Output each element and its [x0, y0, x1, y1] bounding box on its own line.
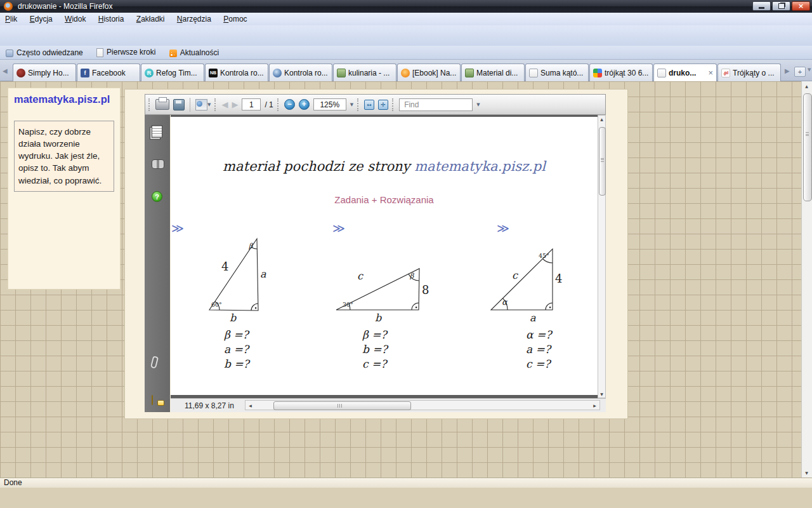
tab[interactable]: trójkąt 30 6...	[589, 64, 653, 81]
document-size-label: 11,69 x 8,27 in	[185, 401, 234, 410]
t1-side-bottom-label: b	[230, 312, 236, 324]
tab[interactable]: [Ebook] Na...	[397, 64, 461, 81]
minimize-icon	[759, 7, 764, 9]
find-box[interactable]	[399, 98, 473, 111]
find-dropdown-icon[interactable]: ▼	[476, 102, 480, 107]
scroll-down-icon[interactable]: ▼	[803, 471, 810, 475]
close-button[interactable]: ×	[792, 1, 810, 11]
toolbar-separator	[190, 98, 190, 112]
restore-button[interactable]	[772, 1, 790, 11]
question: b =?	[362, 343, 388, 356]
scroll-tabs-right-icon[interactable]: ▶	[785, 67, 790, 74]
zoom-in-button[interactable]: +	[299, 99, 310, 110]
tab[interactable]: Simply Ho...	[13, 64, 76, 81]
tab[interactable]: Material di...	[461, 64, 525, 81]
sphere-favicon-icon	[273, 69, 282, 77]
printer-icon	[155, 99, 169, 110]
menu-edycja[interactable]: Edycja	[25, 13, 58, 25]
tab-active-drukowanie[interactable]: druko... ×	[653, 64, 717, 81]
menu-widok[interactable]: Widok	[60, 13, 91, 25]
tab[interactable]: Kontrola ro...	[205, 64, 268, 81]
toolbar-grip	[148, 98, 152, 111]
menu-zakladki[interactable]: Zakładki	[131, 13, 170, 25]
site-heading-link[interactable]: matematyka.pisz.pl	[14, 93, 114, 105]
help-icon[interactable]: ?	[152, 191, 162, 202]
zoom-out-button[interactable]: −	[284, 99, 295, 110]
page-count-label: / 1	[265, 100, 273, 109]
browser-vertical-scrollbar[interactable]: ▲ ▼	[801, 81, 812, 478]
scroll-up-icon[interactable]: ▲	[803, 84, 810, 88]
firefox-app-icon	[4, 2, 13, 11]
toolbar-grip	[357, 98, 360, 111]
pdf-vertical-scrollbar[interactable]: ▲ ▼	[598, 115, 606, 398]
scroll-down-icon[interactable]: ▼	[598, 392, 605, 396]
toolbar-grip	[214, 98, 218, 111]
question: c =?	[362, 358, 386, 370]
minimize-button[interactable]	[752, 1, 771, 11]
comments-icon[interactable]	[152, 395, 153, 405]
nb-favicon-icon	[209, 69, 218, 77]
t3-hypotenuse-label: c	[512, 269, 518, 281]
scroll-left-icon[interactable]: ◀	[247, 403, 254, 408]
navigation-toolbar: ◀ ▶ ▼ ↻ ✕ ⌂ ☆ ▼ ▼ K K	[0, 25, 812, 46]
zoom-dropdown-icon[interactable]: ▼	[350, 102, 353, 107]
pages-panel-icon[interactable]	[152, 125, 162, 138]
pdf-viewer-frame: ▼ ◀ ▶ 1 / 1 − + 125% ▼ ↔ ✛ ▼ ?	[124, 89, 628, 419]
scroll-tabs-left-icon[interactable]: ◀	[3, 67, 8, 74]
t1-angle-left-label: 60°	[211, 301, 222, 308]
t2-side-right-label: 8	[422, 283, 429, 297]
facebook-favicon-icon	[81, 69, 89, 77]
tab[interactable]: Facebook	[77, 64, 140, 81]
bookmark-often-visited[interactable]: Często odwiedzane	[0, 46, 89, 60]
site-sidebar-panel: matematyka.pisz.pl Napisz, czy dobrze dz…	[8, 88, 121, 290]
collaborate-button[interactable]: ▼	[195, 99, 211, 110]
pdf-horizontal-scrollbar[interactable]: ◀ ▶	[245, 400, 600, 410]
menu-pomoc[interactable]: Pomoc	[218, 13, 252, 25]
find-input[interactable]	[403, 100, 469, 110]
pdf-hscrollbar-thumb[interactable]	[273, 401, 411, 410]
collaborate-icon	[195, 99, 207, 110]
menu-historia[interactable]: Historia	[93, 13, 129, 25]
tab[interactable]: Suma kątó...	[525, 64, 589, 81]
tab-close-icon[interactable]: ×	[708, 68, 713, 77]
photo-favicon-icon	[337, 69, 346, 77]
binoculars-search-icon[interactable]	[152, 159, 164, 169]
save-button[interactable]	[173, 99, 185, 110]
question: b =?	[224, 358, 249, 370]
attachments-paperclip-icon[interactable]	[150, 356, 159, 369]
scroll-up-icon[interactable]: ▲	[598, 117, 605, 121]
fit-page-button[interactable]: ✛	[378, 100, 388, 110]
new-tab-button[interactable]: +	[794, 67, 806, 77]
previous-view-icon[interactable]: ◀	[221, 100, 228, 109]
bookmark-first-steps[interactable]: Pierwsze kroki	[91, 46, 161, 59]
status-text: Done	[4, 478, 22, 487]
question: a =?	[224, 343, 249, 356]
simply-favicon-icon	[16, 69, 25, 77]
bookmarks-toolbar: Często odwiedzane Pierwsze kroki Aktualn…	[0, 46, 812, 60]
tab[interactable]: Trójkąty o ...	[717, 64, 781, 81]
scroll-right-icon[interactable]: ▶	[591, 403, 598, 408]
print-button[interactable]	[155, 99, 169, 110]
fit-width-button[interactable]: ↔	[364, 100, 374, 110]
browser-scrollbar-thumb[interactable]	[803, 93, 812, 201]
next-view-icon[interactable]: ▶	[232, 100, 238, 109]
menu-narzedzia[interactable]: Narzędzia	[172, 13, 216, 25]
toolbar-grip	[392, 98, 395, 111]
page-number-input[interactable]: 1	[242, 98, 261, 110]
list-all-tabs-icon[interactable]: ▼	[808, 67, 811, 72]
bookmark-news-feed[interactable]: Aktualności	[164, 46, 225, 60]
question: β =?	[224, 328, 249, 341]
refog-favicon-icon	[145, 69, 154, 77]
tab[interactable]: Kontrola ro...	[269, 64, 332, 81]
tab[interactable]: Refog Tim...	[141, 64, 204, 81]
pdf-page: materiał pochodzi ze strony matematyka.p…	[171, 117, 598, 395]
page-favicon-icon	[657, 69, 666, 77]
menu-plik[interactable]: Plik	[0, 13, 22, 25]
rss-icon	[169, 50, 177, 57]
pdf-scrollbar-thumb[interactable]	[599, 127, 606, 196]
tab[interactable]: kulinaria - ...	[333, 64, 396, 81]
pdf-toolbar: ▼ ◀ ▶ 1 / 1 − + 125% ▼ ↔ ✛ ▼	[145, 94, 606, 115]
menu-bar: Plik Edycja Widok Historia Zakładki Narz…	[0, 13, 812, 25]
zoom-level-select[interactable]: 125%	[313, 98, 346, 110]
tab-strip: ◀ Simply Ho... Facebook Refog Tim... Kon…	[0, 60, 812, 81]
